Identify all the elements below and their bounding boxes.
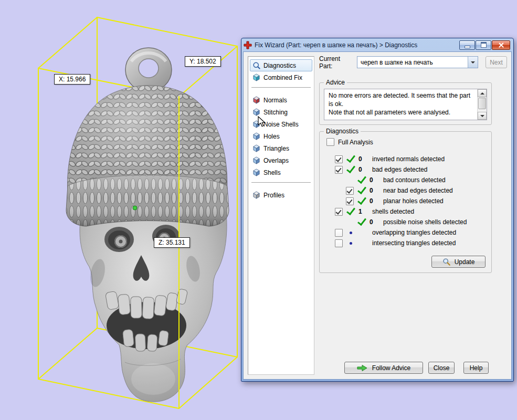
dimension-label-y: Y: 18.502 [185, 56, 221, 67]
status-check-icon [354, 198, 370, 204]
diagnostic-row: 0 near bad edges detected [326, 185, 487, 196]
diagnostic-row: 1 shells detected [326, 206, 487, 217]
magnifier-icon [442, 258, 451, 266]
diagnostic-row: 0 possible noise shells detected [326, 217, 487, 227]
diagnostic-label: inverted normals detected [372, 155, 445, 163]
triangles-icon [252, 144, 260, 152]
stitching-icon [252, 108, 260, 116]
diagnostic-checkbox[interactable] [335, 208, 343, 216]
rotation-center-marker [133, 206, 137, 210]
diagnostics-icon [252, 61, 260, 69]
skull-model[interactable] [66, 48, 229, 402]
sidebar-item-combined-fix[interactable]: Combined Fix [250, 71, 312, 83]
green-arrow-icon [357, 364, 367, 372]
diagnostic-count: 0 [358, 155, 372, 163]
diagnostic-checkbox[interactable] [346, 187, 354, 195]
status-check-icon [343, 167, 358, 173]
holes-icon [252, 132, 260, 140]
diagnostic-label: planar holes detected [383, 197, 444, 205]
status-check-icon [343, 156, 358, 162]
sidebar-item-label: Noise Shells [263, 121, 299, 128]
full-analysis-label: Full Analysis [338, 139, 373, 146]
sidebar-item-label: Shells [263, 169, 281, 176]
status-dot-icon [343, 242, 358, 245]
diagnostic-row: overlapping triangles detected [326, 227, 487, 238]
status-check-icon [354, 188, 370, 194]
current-part-value: череп в шапке на печать [357, 59, 468, 66]
sidebar-item-triangles[interactable]: Triangles [250, 142, 312, 154]
combobox-dropdown-icon[interactable] [468, 57, 478, 68]
diagnostic-label: intersecting triangles detected [372, 239, 456, 247]
sidebar-item-holes[interactable]: Holes [250, 130, 312, 142]
diagnostic-checkbox[interactable] [335, 229, 343, 237]
diagnostic-row: 0 inverted normals detected [326, 154, 487, 164]
diagnostic-label: bad edges detected [372, 166, 427, 173]
sidebar-item-normals[interactable]: Normals [250, 94, 312, 106]
diagnostics-list: 0 inverted normals detected 0 bad edges … [326, 154, 487, 248]
overlaps-icon [252, 156, 260, 164]
sidebar-item-shells[interactable]: Shells [250, 166, 312, 178]
help-button[interactable]: Help [463, 362, 489, 374]
diagnostic-checkbox[interactable] [335, 155, 343, 163]
next-button[interactable]: Next [486, 56, 507, 68]
diagnostic-count: 0 [370, 187, 383, 194]
sidebar-item-label: Normals [263, 97, 287, 104]
scroll-down-icon[interactable] [478, 112, 487, 120]
status-check-icon [343, 209, 358, 215]
sidebar-item-label: Combined Fix [263, 74, 302, 81]
diagnostic-row: 0 bad edges detected [326, 164, 487, 175]
diagnostic-row: 0 bad contours detected [326, 175, 487, 185]
fix-wizard-dialog: Fix Wizard (Part: череп в шапке на печат… [241, 38, 514, 382]
sidebar-item-label: Stitching [263, 109, 288, 116]
diagnostics-groupbox: Diagnostics Full Analysis 0 inverted nor… [319, 131, 492, 273]
update-button[interactable]: Update [431, 256, 486, 268]
current-part-select[interactable]: череп в шапке на печать [357, 56, 478, 68]
profiles-icon [252, 191, 260, 199]
scroll-up-icon[interactable] [478, 89, 487, 97]
minimize-button[interactable] [459, 40, 475, 50]
mouse-cursor-icon [258, 116, 267, 128]
diagnostic-label: overlapping triangles detected [372, 229, 456, 236]
scrollbar-track[interactable] [478, 97, 487, 112]
diagnostic-count: 0 [370, 176, 383, 184]
diagnostic-row: 0 planar holes detected [326, 196, 487, 206]
sidebar-item-profiles[interactable]: Profiles [250, 189, 312, 201]
status-check-icon [354, 177, 370, 183]
shells-icon [252, 169, 260, 176]
close-dialog-button[interactable]: Close [428, 362, 455, 374]
red-cross-icon [244, 41, 252, 49]
close-window-button[interactable] [492, 40, 510, 50]
diagnostic-count: 0 [370, 218, 383, 226]
diagnostic-label: bad contours detected [383, 176, 446, 184]
diagnostic-row: intersecting triangles detected [326, 238, 487, 248]
dimension-label-x: X: 15.966 [54, 74, 90, 85]
diagnostic-label: shells detected [372, 208, 414, 215]
diagnostic-count: 1 [358, 208, 372, 215]
full-analysis-row[interactable]: Full Analysis [326, 138, 373, 146]
advice-scrollbar[interactable] [477, 89, 487, 120]
maximize-button[interactable] [476, 40, 491, 50]
follow-advice-button[interactable]: Follow Advice [344, 362, 423, 374]
dialog-titlebar[interactable]: Fix Wizard (Part: череп в шапке на печат… [241, 38, 513, 51]
diagnostic-count: 0 [358, 166, 372, 173]
status-dot-icon [343, 232, 358, 234]
close-icon [498, 42, 504, 48]
current-part-label: Current Part: [319, 55, 354, 70]
sidebar-item-diagnostics[interactable]: Diagnostics [250, 59, 312, 71]
full-analysis-checkbox[interactable] [326, 138, 334, 146]
scrollbar-thumb[interactable] [478, 98, 486, 109]
combined-fix-icon [252, 74, 260, 81]
sidebar-item-label: Holes [263, 133, 280, 140]
diagnostic-checkbox[interactable] [346, 197, 354, 205]
sidebar-item-overlaps[interactable]: Overlaps [250, 154, 312, 166]
sidebar-separator [251, 182, 311, 183]
sidebar-item-label: Profiles [263, 192, 284, 199]
sidebar-separator [251, 87, 311, 88]
sidebar-item-label: Diagnostics [263, 62, 296, 69]
minimize-icon [465, 46, 470, 48]
dialog-title: Fix Wizard (Part: череп в шапке на печат… [255, 41, 457, 49]
status-check-icon [354, 219, 370, 225]
diagnostic-checkbox[interactable] [335, 166, 343, 174]
sidebar-item-label: Overlaps [263, 157, 289, 164]
diagnostic-checkbox[interactable] [335, 239, 343, 247]
